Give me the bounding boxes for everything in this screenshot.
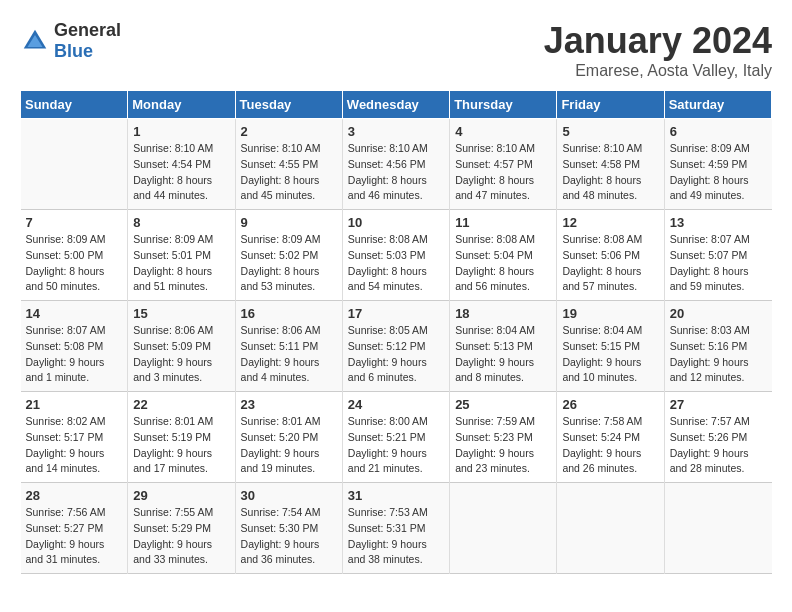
day-info: Sunrise: 7:54 AMSunset: 5:30 PMDaylight:… [241, 505, 337, 568]
location-title: Emarese, Aosta Valley, Italy [544, 62, 772, 80]
weekday-header-saturday: Saturday [664, 91, 771, 119]
day-info: Sunrise: 8:07 AMSunset: 5:07 PMDaylight:… [670, 232, 767, 295]
week-row-1: 1Sunrise: 8:10 AMSunset: 4:54 PMDaylight… [21, 119, 772, 210]
weekday-header-monday: Monday [128, 91, 235, 119]
day-number: 24 [348, 397, 444, 412]
day-info: Sunrise: 8:02 AMSunset: 5:17 PMDaylight:… [26, 414, 123, 477]
day-info: Sunrise: 8:03 AMSunset: 5:16 PMDaylight:… [670, 323, 767, 386]
day-info: Sunrise: 7:58 AMSunset: 5:24 PMDaylight:… [562, 414, 658, 477]
weekday-header-thursday: Thursday [450, 91, 557, 119]
calendar-cell-week4-day7: 27Sunrise: 7:57 AMSunset: 5:26 PMDayligh… [664, 392, 771, 483]
day-number: 3 [348, 124, 444, 139]
day-number: 1 [133, 124, 229, 139]
day-info: Sunrise: 8:08 AMSunset: 5:06 PMDaylight:… [562, 232, 658, 295]
day-number: 19 [562, 306, 658, 321]
day-info: Sunrise: 8:01 AMSunset: 5:19 PMDaylight:… [133, 414, 229, 477]
calendar-cell-week5-day3: 30Sunrise: 7:54 AMSunset: 5:30 PMDayligh… [235, 483, 342, 574]
calendar-cell-week2-day1: 7Sunrise: 8:09 AMSunset: 5:00 PMDaylight… [21, 210, 128, 301]
title-block: January 2024 Emarese, Aosta Valley, Ital… [544, 20, 772, 80]
day-info: Sunrise: 8:09 AMSunset: 4:59 PMDaylight:… [670, 141, 767, 204]
logo-icon [20, 26, 50, 56]
day-info: Sunrise: 8:10 AMSunset: 4:54 PMDaylight:… [133, 141, 229, 204]
week-row-3: 14Sunrise: 8:07 AMSunset: 5:08 PMDayligh… [21, 301, 772, 392]
day-number: 16 [241, 306, 337, 321]
calendar-table: SundayMondayTuesdayWednesdayThursdayFrid… [20, 90, 772, 574]
day-number: 20 [670, 306, 767, 321]
calendar-cell-week3-day6: 19Sunrise: 8:04 AMSunset: 5:15 PMDayligh… [557, 301, 664, 392]
day-info: Sunrise: 7:53 AMSunset: 5:31 PMDaylight:… [348, 505, 444, 568]
weekday-header-tuesday: Tuesday [235, 91, 342, 119]
day-info: Sunrise: 8:10 AMSunset: 4:58 PMDaylight:… [562, 141, 658, 204]
month-title: January 2024 [544, 20, 772, 62]
calendar-cell-week4-day2: 22Sunrise: 8:01 AMSunset: 5:19 PMDayligh… [128, 392, 235, 483]
day-number: 4 [455, 124, 551, 139]
weekday-header-wednesday: Wednesday [342, 91, 449, 119]
logo-text-general: General [54, 20, 121, 40]
calendar-cell-week4-day3: 23Sunrise: 8:01 AMSunset: 5:20 PMDayligh… [235, 392, 342, 483]
calendar-cell-week3-day2: 15Sunrise: 8:06 AMSunset: 5:09 PMDayligh… [128, 301, 235, 392]
day-info: Sunrise: 7:59 AMSunset: 5:23 PMDaylight:… [455, 414, 551, 477]
calendar-cell-week2-day6: 12Sunrise: 8:08 AMSunset: 5:06 PMDayligh… [557, 210, 664, 301]
day-info: Sunrise: 7:56 AMSunset: 5:27 PMDaylight:… [26, 505, 123, 568]
day-number: 13 [670, 215, 767, 230]
calendar-cell-week4-day4: 24Sunrise: 8:00 AMSunset: 5:21 PMDayligh… [342, 392, 449, 483]
calendar-cell-week3-day4: 17Sunrise: 8:05 AMSunset: 5:12 PMDayligh… [342, 301, 449, 392]
day-info: Sunrise: 8:09 AMSunset: 5:01 PMDaylight:… [133, 232, 229, 295]
calendar-cell-week1-day3: 2Sunrise: 8:10 AMSunset: 4:55 PMDaylight… [235, 119, 342, 210]
calendar-cell-week5-day7 [664, 483, 771, 574]
day-number: 26 [562, 397, 658, 412]
calendar-cell-week3-day1: 14Sunrise: 8:07 AMSunset: 5:08 PMDayligh… [21, 301, 128, 392]
logo: General Blue [20, 20, 121, 62]
calendar-cell-week1-day6: 5Sunrise: 8:10 AMSunset: 4:58 PMDaylight… [557, 119, 664, 210]
day-info: Sunrise: 8:10 AMSunset: 4:55 PMDaylight:… [241, 141, 337, 204]
calendar-cell-week3-day3: 16Sunrise: 8:06 AMSunset: 5:11 PMDayligh… [235, 301, 342, 392]
logo-text-blue: Blue [54, 41, 93, 61]
calendar-cell-week1-day4: 3Sunrise: 8:10 AMSunset: 4:56 PMDaylight… [342, 119, 449, 210]
day-number: 10 [348, 215, 444, 230]
calendar-cell-week5-day4: 31Sunrise: 7:53 AMSunset: 5:31 PMDayligh… [342, 483, 449, 574]
day-number: 23 [241, 397, 337, 412]
calendar-cell-week1-day1 [21, 119, 128, 210]
weekday-header-friday: Friday [557, 91, 664, 119]
day-info: Sunrise: 8:04 AMSunset: 5:15 PMDaylight:… [562, 323, 658, 386]
day-info: Sunrise: 8:08 AMSunset: 5:04 PMDaylight:… [455, 232, 551, 295]
day-number: 14 [26, 306, 123, 321]
calendar-cell-week5-day6 [557, 483, 664, 574]
day-info: Sunrise: 8:07 AMSunset: 5:08 PMDaylight:… [26, 323, 123, 386]
day-number: 30 [241, 488, 337, 503]
day-info: Sunrise: 8:06 AMSunset: 5:11 PMDaylight:… [241, 323, 337, 386]
day-number: 7 [26, 215, 123, 230]
calendar-cell-week2-day7: 13Sunrise: 8:07 AMSunset: 5:07 PMDayligh… [664, 210, 771, 301]
day-number: 15 [133, 306, 229, 321]
day-number: 2 [241, 124, 337, 139]
day-info: Sunrise: 8:00 AMSunset: 5:21 PMDaylight:… [348, 414, 444, 477]
day-info: Sunrise: 7:57 AMSunset: 5:26 PMDaylight:… [670, 414, 767, 477]
day-info: Sunrise: 8:10 AMSunset: 4:57 PMDaylight:… [455, 141, 551, 204]
day-info: Sunrise: 8:06 AMSunset: 5:09 PMDaylight:… [133, 323, 229, 386]
day-info: Sunrise: 8:05 AMSunset: 5:12 PMDaylight:… [348, 323, 444, 386]
calendar-cell-week5-day1: 28Sunrise: 7:56 AMSunset: 5:27 PMDayligh… [21, 483, 128, 574]
day-number: 17 [348, 306, 444, 321]
week-row-2: 7Sunrise: 8:09 AMSunset: 5:00 PMDaylight… [21, 210, 772, 301]
day-number: 27 [670, 397, 767, 412]
calendar-cell-week1-day7: 6Sunrise: 8:09 AMSunset: 4:59 PMDaylight… [664, 119, 771, 210]
weekday-header-sunday: Sunday [21, 91, 128, 119]
calendar-cell-week1-day2: 1Sunrise: 8:10 AMSunset: 4:54 PMDaylight… [128, 119, 235, 210]
day-number: 12 [562, 215, 658, 230]
calendar-cell-week1-day5: 4Sunrise: 8:10 AMSunset: 4:57 PMDaylight… [450, 119, 557, 210]
calendar-cell-week2-day3: 9Sunrise: 8:09 AMSunset: 5:02 PMDaylight… [235, 210, 342, 301]
page-header: General Blue January 2024 Emarese, Aosta… [20, 20, 772, 80]
day-number: 28 [26, 488, 123, 503]
day-number: 8 [133, 215, 229, 230]
day-number: 21 [26, 397, 123, 412]
day-number: 29 [133, 488, 229, 503]
calendar-cell-week2-day5: 11Sunrise: 8:08 AMSunset: 5:04 PMDayligh… [450, 210, 557, 301]
day-number: 31 [348, 488, 444, 503]
calendar-cell-week5-day2: 29Sunrise: 7:55 AMSunset: 5:29 PMDayligh… [128, 483, 235, 574]
day-number: 22 [133, 397, 229, 412]
day-number: 6 [670, 124, 767, 139]
day-info: Sunrise: 8:08 AMSunset: 5:03 PMDaylight:… [348, 232, 444, 295]
calendar-cell-week3-day7: 20Sunrise: 8:03 AMSunset: 5:16 PMDayligh… [664, 301, 771, 392]
day-info: Sunrise: 8:10 AMSunset: 4:56 PMDaylight:… [348, 141, 444, 204]
day-number: 18 [455, 306, 551, 321]
